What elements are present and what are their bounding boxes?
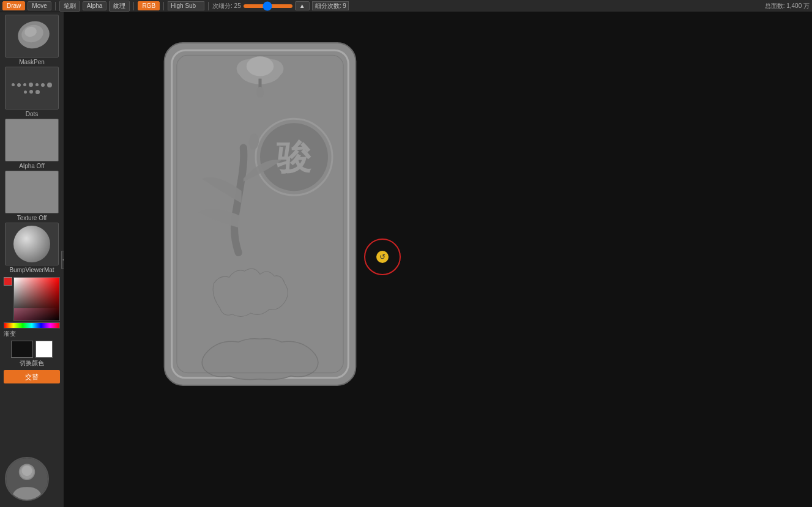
canvas-area[interactable]: 骏 ↺ (64, 12, 812, 507)
main-area: MaskPen Dots (0, 12, 812, 507)
left-sidebar: MaskPen Dots (0, 12, 64, 507)
subdiv-up-button[interactable]: ▲ (295, 1, 310, 10)
plaque-svg: 骏 (156, 37, 364, 391)
dot-8 (24, 91, 27, 94)
top-toolbar: Draw Move 笔刷 Alpha 纹理 RGB 次细分: 25 ▲ 总面数:… (0, 0, 812, 12)
avatar-image (6, 457, 48, 501)
separator-3 (163, 2, 164, 10)
separator-2 (133, 2, 134, 10)
maskpen-preview (5, 15, 59, 57)
separator-1 (55, 2, 56, 10)
hue-slider[interactable] (4, 322, 60, 328)
brush-field[interactable] (168, 1, 204, 10)
avatar[interactable] (5, 457, 49, 501)
black-swatch[interactable] (11, 341, 33, 358)
bump-viewer-preview (5, 223, 59, 265)
rgb-button[interactable]: RGB (138, 1, 160, 10)
svg-point-14 (256, 87, 264, 98)
subdiv-label: 次细分: 25 (212, 2, 241, 10)
maskpen-icon (10, 18, 53, 54)
alpha-menu[interactable]: Alpha (83, 1, 107, 10)
move-button[interactable]: Move (28, 1, 51, 10)
dot-2 (17, 83, 21, 87)
svg-text:骏: 骏 (276, 139, 311, 177)
face-count-status: 总面数: 1,400 万 (765, 2, 810, 10)
subdiv-field[interactable] (312, 1, 349, 10)
maskpen-tool[interactable]: MaskPen (4, 15, 60, 65)
avatar-area (5, 457, 49, 501)
cursor-arrow-icon: ↺ (379, 253, 386, 261)
dot-1 (12, 83, 15, 86)
alpha-off-tool[interactable]: Alpha Off (4, 119, 60, 169)
dots-preview (5, 67, 59, 109)
maskpen-label: MaskPen (19, 59, 45, 65)
model-viewport: 骏 (156, 37, 364, 391)
svg-point-6 (22, 465, 32, 476)
sphere-icon (13, 226, 50, 262)
brush-menu[interactable]: 笔刷 (59, 1, 80, 12)
dot-9 (29, 90, 33, 94)
dot-3 (23, 83, 26, 86)
dots-label: Dots (26, 111, 39, 117)
texture-off-tool[interactable]: Texture Off (4, 171, 60, 221)
cursor-indicator: ↺ (364, 239, 401, 275)
alpha-off-label: Alpha Off (19, 163, 45, 169)
dots-pattern (6, 78, 58, 99)
dot-4 (29, 83, 33, 87)
color-swatches (11, 341, 53, 358)
gradient-picker[interactable] (13, 277, 60, 321)
subdiv-slider[interactable] (244, 4, 292, 8)
alpha-off-preview (5, 119, 59, 161)
dots-tool[interactable]: Dots (4, 67, 60, 117)
texture-off-preview (5, 171, 59, 213)
exchange-button[interactable]: 交替 (4, 370, 60, 383)
bump-viewer-label: BumpViewerMat (9, 267, 54, 273)
texture-menu[interactable]: 纹理 (109, 1, 130, 12)
separator-4 (208, 2, 209, 10)
dot-6 (41, 83, 45, 87)
dot-7 (47, 83, 52, 87)
gradient-label: 渐变 (4, 330, 16, 338)
draw-button[interactable]: Draw (2, 1, 25, 10)
svg-point-12 (247, 56, 274, 76)
dot-10 (35, 90, 40, 94)
color-indicator[interactable] (4, 277, 12, 286)
bump-viewer-tool[interactable]: BumpViewerMat (4, 223, 60, 273)
brush-size-control: 次细分: 25 ▲ (168, 1, 349, 10)
cursor-center: ↺ (376, 251, 389, 263)
switch-color-label: 切换颜色 (20, 359, 44, 368)
dot-5 (35, 83, 39, 86)
white-swatch[interactable] (35, 341, 53, 358)
texture-off-label: Texture Off (17, 215, 47, 221)
color-picker-top (4, 277, 60, 321)
color-picker[interactable]: 渐变 (4, 277, 60, 338)
